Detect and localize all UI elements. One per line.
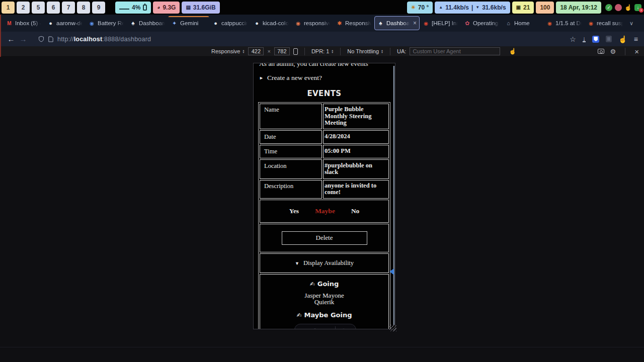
- hand-extension-icon[interactable]: ☝: [618, 35, 627, 43]
- workspace-7[interactable]: 7: [62, 2, 75, 14]
- tab-catppuccin[interactable]: ● catppuccin/: [209, 16, 251, 30]
- tab-kicad-color[interactable]: ● kicad-color-: [251, 16, 292, 30]
- workspace-5[interactable]: 5: [32, 2, 45, 14]
- gauge-icon: ◉: [89, 21, 95, 26]
- user-agent-input[interactable]: [410, 47, 500, 55]
- tab-responsive-1[interactable]: ◉ responsive: [292, 16, 333, 30]
- expanded-triangle-icon: ▼: [295, 261, 299, 266]
- github-icon: ●: [212, 20, 219, 26]
- dimension-times: ×: [267, 48, 270, 54]
- create-event-summary[interactable]: ► Create a new event?: [259, 74, 395, 82]
- viewport-resize-grip[interactable]: [389, 325, 396, 331]
- tab-label: Battery Rep: [98, 20, 124, 26]
- collapsed-triangle-icon: ►: [259, 75, 264, 80]
- url-text[interactable]: http://localhost:8888/dashboard: [57, 36, 151, 43]
- viewport-scrollbar[interactable]: [393, 66, 394, 325]
- row-label: Description: [260, 180, 322, 199]
- tray-printer-icon[interactable]: [615, 4, 622, 11]
- workspace-9[interactable]: 9: [92, 2, 105, 14]
- rdm-settings-gear-icon[interactable]: ⚙: [610, 48, 616, 55]
- workspace-2[interactable]: 2: [17, 2, 30, 14]
- throttling-selector[interactable]: No Throttling ▲▼: [347, 48, 383, 54]
- bookmark-star-icon[interactable]: ☆: [570, 35, 576, 43]
- rsvp-yes-button[interactable]: Yes: [289, 207, 299, 215]
- url-host: localhost: [74, 36, 103, 43]
- tab-dashboard-1[interactable]: ♠ Dashboard: [127, 16, 168, 30]
- tab-gemini[interactable]: ✦ Gemini: [168, 16, 209, 30]
- availability-cell: ✍Going Jasper Mayone Quierik ✍Maybe Goin…: [260, 274, 389, 330]
- password-manager-icon[interactable]: [592, 36, 599, 43]
- workspace-8[interactable]: 8: [77, 2, 90, 14]
- downloads-icon[interactable]: ↓: [583, 36, 586, 42]
- shield-glyph: [594, 37, 598, 41]
- page-icon[interactable]: [48, 36, 53, 42]
- row-label: Date: [260, 130, 322, 144]
- extension-icon: ✱: [336, 20, 343, 27]
- display-availability-toggle[interactable]: ▼ Display Availability: [260, 253, 389, 273]
- tab-operating[interactable]: ✿ Operating s: [461, 16, 502, 30]
- menu-hamburger-icon[interactable]: ≡: [634, 35, 638, 43]
- workspace-6[interactable]: 6: [47, 2, 60, 14]
- events-heading: EVENTS: [254, 89, 395, 98]
- tab-responsive-2[interactable]: ✱ Responsive: [333, 16, 374, 30]
- tab-label: Home: [514, 20, 540, 26]
- tab-label: Gemini: [180, 20, 206, 26]
- url-bar[interactable]: http://localhost:8888/dashboard: [34, 33, 565, 45]
- tab-recall-suspend[interactable]: ◉ recall suspe: [585, 16, 626, 30]
- network-widget: ▲ 11.4kb/s | ▼ 31.6kb/s: [435, 2, 510, 14]
- workspace-1[interactable]: 1: [2, 2, 15, 14]
- tab-aaronw-dev[interactable]: ● aaronw-dev: [44, 16, 86, 30]
- dpr-selector[interactable]: DPR: 1 ▲▼: [311, 48, 334, 54]
- duckduckgo-icon: ◉: [588, 21, 594, 26]
- tab-home[interactable]: ⌂ Home: [502, 16, 543, 30]
- separator: [304, 48, 305, 55]
- screenshot-camera-icon[interactable]: [598, 49, 604, 54]
- spade-icon: ♠: [130, 20, 136, 27]
- row-value: anyone is invited to come!: [323, 180, 389, 199]
- tab-help-install[interactable]: ◉ [HELP] Inst: [420, 16, 461, 30]
- back-button[interactable]: ←: [5, 35, 17, 43]
- tray-hand-icon[interactable]: ☝: [624, 4, 632, 11]
- gmail-icon: M: [6, 21, 13, 26]
- row-value: Purple Bubble Monthly Steering Meeting: [323, 104, 389, 129]
- delete-button[interactable]: Delete: [282, 231, 367, 245]
- spade-icon: ♠: [377, 20, 384, 27]
- tab-label: catppuccin/: [221, 20, 248, 26]
- tab-battery-report[interactable]: ◉ Battery Rep: [86, 16, 127, 30]
- going-heading-label: Going: [317, 280, 339, 288]
- availability-summary-row: ▼ Display Availability: [260, 253, 389, 273]
- clipboard-extension-icon[interactable]: [606, 36, 612, 42]
- device-selector[interactable]: Responsive ▲▼: [211, 48, 245, 54]
- memory-usage: 31.6GiB: [193, 4, 216, 11]
- viewport-height-input[interactable]: [274, 47, 290, 55]
- ua-label: UA:: [397, 48, 406, 54]
- tab-label: [HELP] Inst: [432, 20, 458, 26]
- shield-icon[interactable]: [38, 36, 44, 42]
- select-arrows-icon: ▲▼: [331, 49, 334, 53]
- tab-dashboard-active[interactable]: ♠ Dashboard ×: [374, 16, 420, 30]
- rdm-close-icon[interactable]: ×: [634, 47, 639, 56]
- tray-app-icon[interactable]: ↓ 1: [634, 4, 641, 11]
- tab-label: kicad-color-: [263, 20, 289, 26]
- tab-bar: M Inbox (5) - k ● aaronw-dev ◉ Battery R…: [0, 15, 644, 32]
- maybe-going-heading: ✍Maybe Going: [260, 311, 388, 319]
- tab-close-icon[interactable]: ×: [412, 20, 417, 27]
- row-value: 4/28/2024: [323, 130, 389, 144]
- tray-check-icon[interactable]: ✓: [605, 4, 612, 11]
- tab-overflow-button[interactable]: ∨: [626, 20, 637, 27]
- rsvp-maybe-button[interactable]: Maybe: [315, 207, 335, 215]
- viewport-width-input[interactable]: [248, 47, 264, 55]
- raspberry-icon: ✿: [464, 20, 470, 27]
- tab-label: aaronw-dev: [56, 20, 83, 26]
- rotate-viewport-icon[interactable]: [293, 48, 298, 55]
- system-tray: ✓ ☝ ↓ 1: [605, 4, 641, 11]
- rsvp-no-button[interactable]: No: [351, 207, 360, 215]
- memory-icon: ▤: [186, 5, 190, 10]
- sun-icon: ☀: [411, 5, 416, 10]
- tab-inbox[interactable]: M Inbox (5) - k: [3, 16, 44, 30]
- touch-simulation-icon[interactable]: ☝: [509, 48, 516, 55]
- battery-widget: 4%: [115, 2, 151, 14]
- tab-duckduckgo-1[interactable]: ◉ 1/1.5 at Du: [543, 16, 585, 30]
- forward-button[interactable]: →: [17, 35, 29, 43]
- table-row-description: Description anyone is invited to come!: [260, 180, 389, 199]
